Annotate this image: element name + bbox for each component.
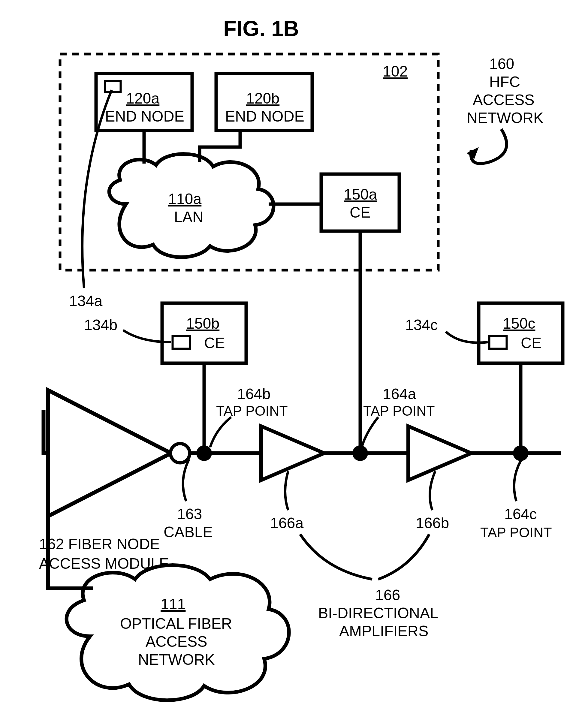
cable-label: 163 CABLE bbox=[164, 459, 213, 540]
svg-marker-4 bbox=[467, 147, 479, 159]
end-node-b: 120b END NODE bbox=[216, 73, 312, 131]
svg-text:CABLE: CABLE bbox=[164, 524, 213, 540]
end-node-a: 120a END NODE bbox=[96, 73, 192, 131]
tap-c-label: 164c TAP POINT bbox=[480, 461, 552, 540]
svg-text:164b: 164b bbox=[237, 386, 270, 403]
svg-text:134b: 134b bbox=[84, 317, 117, 334]
svg-text:OPTICAL FIBER: OPTICAL FIBER bbox=[120, 615, 232, 632]
svg-text:163: 163 bbox=[177, 506, 202, 522]
ce-a: 150a CE bbox=[321, 174, 399, 231]
svg-text:CE: CE bbox=[204, 335, 225, 351]
svg-text:NETWORK: NETWORK bbox=[138, 651, 215, 668]
svg-text:134c: 134c bbox=[405, 317, 438, 334]
svg-text:110a: 110a bbox=[168, 191, 202, 207]
leader-134c: 134c bbox=[405, 317, 488, 343]
svg-text:111: 111 bbox=[161, 596, 186, 613]
svg-text:TAP POINT: TAP POINT bbox=[480, 525, 552, 540]
small-box-134b bbox=[173, 336, 190, 349]
svg-text:HFC: HFC bbox=[489, 73, 520, 90]
svg-text:END NODE: END NODE bbox=[225, 108, 304, 125]
tap-point-c-dot bbox=[513, 445, 529, 461]
svg-text:END NODE: END NODE bbox=[105, 108, 184, 125]
svg-text:150b: 150b bbox=[186, 315, 219, 332]
svg-text:CE: CE bbox=[521, 335, 542, 351]
svg-text:NETWORK: NETWORK bbox=[467, 110, 544, 126]
svg-text:150c: 150c bbox=[503, 315, 535, 332]
lan-cloud: 110a LAN bbox=[109, 154, 274, 257]
svg-text:164a: 164a bbox=[383, 386, 416, 403]
amp-b-label: 166b bbox=[416, 471, 449, 532]
fiber-node-output-circle bbox=[170, 444, 190, 463]
ref-102: 102 bbox=[383, 63, 407, 80]
svg-text:BI-DIRECTIONAL: BI-DIRECTIONAL bbox=[318, 605, 438, 622]
svg-text:166b: 166b bbox=[416, 515, 449, 532]
svg-text:120a: 120a bbox=[126, 90, 160, 107]
amps-label: 166 BI-DIRECTIONAL AMPLIFIERS bbox=[300, 534, 438, 640]
amp-a-triangle bbox=[261, 426, 324, 480]
svg-text:AMPLIFIERS: AMPLIFIERS bbox=[339, 623, 428, 640]
tap-point-b-dot bbox=[196, 445, 212, 461]
ce-b: 150b CE bbox=[162, 303, 246, 363]
svg-text:LAN: LAN bbox=[174, 209, 203, 226]
svg-text:166a: 166a bbox=[270, 515, 303, 532]
svg-text:150a: 150a bbox=[344, 186, 377, 203]
fiber-node-triangle bbox=[48, 390, 171, 516]
svg-text:166: 166 bbox=[375, 587, 400, 603]
small-box-134c bbox=[489, 336, 507, 349]
figure-diagram: FIG. 1B 160 HFC ACCESS NETWORK 102 120a … bbox=[0, 0, 588, 726]
amp-b-triangle bbox=[408, 426, 471, 480]
svg-text:162 FIBER NODE: 162 FIBER NODE bbox=[39, 536, 160, 553]
svg-text:TAP POINT: TAP POINT bbox=[363, 403, 435, 419]
small-box-134a bbox=[105, 81, 121, 92]
optical-cloud: 111 OPTICAL FIBER ACCESS NETWORK bbox=[67, 565, 289, 700]
svg-text:ACCESS: ACCESS bbox=[146, 633, 207, 650]
fiber-node-label: 162 FIBER NODE ACCESS MODULE bbox=[39, 536, 169, 572]
svg-rect-21 bbox=[479, 303, 563, 363]
leader-134b: 134b bbox=[84, 317, 171, 342]
hfc-label: 160 HFC ACCESS NETWORK bbox=[467, 56, 544, 164]
svg-text:ACCESS: ACCESS bbox=[473, 91, 534, 108]
figure-title: FIG. 1B bbox=[223, 17, 299, 41]
svg-text:TAP POINT: TAP POINT bbox=[216, 403, 288, 419]
tap-point-a-dot bbox=[352, 445, 368, 461]
amp-a-label: 166a bbox=[270, 471, 303, 532]
svg-text:120b: 120b bbox=[246, 90, 279, 107]
svg-rect-17 bbox=[162, 303, 246, 363]
svg-text:134a: 134a bbox=[69, 293, 102, 309]
svg-text:CE: CE bbox=[350, 204, 371, 221]
ce-c: 150c CE bbox=[479, 303, 563, 363]
svg-text:164c: 164c bbox=[504, 506, 537, 522]
svg-text:160: 160 bbox=[489, 56, 514, 72]
